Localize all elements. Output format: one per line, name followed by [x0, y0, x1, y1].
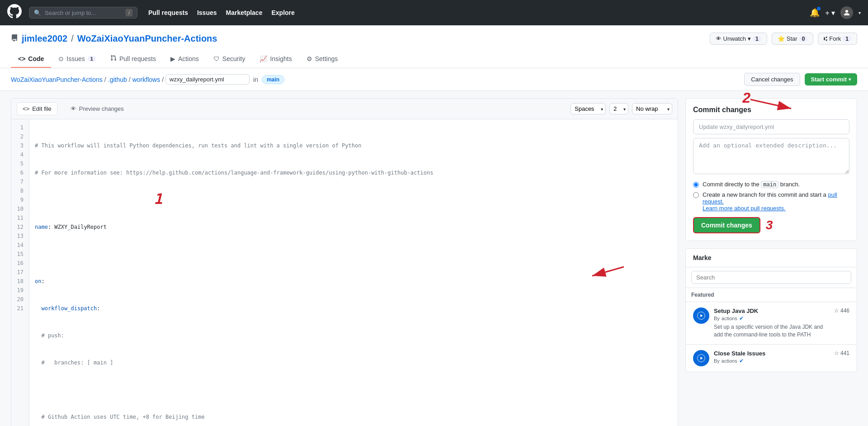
commit-radio-group: Commit directly to the main branch. Crea… — [693, 181, 849, 212]
commit-description-textarea[interactable] — [693, 138, 849, 174]
breadcrumb-repo[interactable]: WoZaiXiaoYuanPuncher-Actions — [11, 76, 103, 83]
radio-direct-commit[interactable]: Commit directly to the main branch. — [693, 181, 849, 188]
repo-owner-link[interactable]: jimlee2002 — [22, 33, 67, 44]
filename-input[interactable] — [165, 74, 250, 85]
commit-message-input[interactable] — [693, 119, 849, 134]
svg-marker-3 — [700, 356, 703, 360]
star-icon-small: ☆ — [834, 350, 839, 356]
breadcrumb-sep2: / — [129, 76, 131, 83]
marketplace-item-by: By actions ✔ — [714, 358, 830, 364]
repo-title-row: jimlee2002 / WoZaiXiaoYuanPuncher-Action… — [11, 33, 857, 45]
pr-icon — [110, 55, 117, 62]
marketplace-item[interactable]: Close Stale Issues By actions ✔ ☆ 441 — [686, 345, 857, 372]
spaces-select[interactable]: Spaces Tabs — [571, 103, 606, 114]
search-input[interactable] — [45, 9, 122, 16]
plus-menu[interactable]: + ▾ — [825, 9, 835, 17]
marketplace-item-by: By actions ✔ — [714, 315, 830, 322]
start-commit-button[interactable]: Start commit ▾ — [805, 73, 857, 85]
unwatch-button[interactable]: 👁 Unwatch ▾ 1 — [710, 33, 767, 45]
spaces-select-wrapper: Spaces Tabs — [571, 103, 606, 114]
github-logo[interactable] — [7, 4, 22, 21]
svg-marker-1 — [700, 314, 703, 317]
radio-new-branch[interactable]: Create a new branch for this commit and … — [693, 191, 849, 212]
marketplace-item-icon — [693, 350, 709, 366]
tab-edit-file[interactable]: <> Edit file — [17, 102, 57, 115]
right-panel: Commit changes Commit directly to the ma… — [685, 98, 857, 426]
wrap-select-wrapper: No wrap Soft wrap — [632, 103, 672, 114]
nav-marketplace[interactable]: Marketplace — [226, 9, 263, 16]
marketplace-item-name: Setup Java JDK — [714, 308, 830, 314]
breadcrumb: WoZaiXiaoYuanPuncher-Actions / .github /… — [11, 74, 284, 85]
radio-newbranch-label: Create a new branch for this commit and … — [703, 191, 849, 212]
nav-pull-requests[interactable]: Pull requests — [148, 9, 188, 16]
radio-newbranch-input[interactable] — [693, 192, 699, 198]
verified-icon: ✔ — [739, 315, 744, 322]
top-navigation: 🔍 / Pull requests Issues Marketplace Exp… — [0, 0, 868, 25]
marketplace-panel: Marke Featured Setup Java JDK By actions… — [685, 248, 857, 372]
verified-icon: ✔ — [739, 358, 744, 364]
start-commit-caret: ▾ — [849, 77, 851, 82]
indent-size-select[interactable]: 2 4 — [609, 103, 628, 114]
marketplace-featured-label: Featured — [686, 288, 857, 302]
fork-button[interactable]: ⑆ Fork 1 — [818, 33, 857, 45]
top-right-actions: 🔔 + ▾ ▾ — [810, 6, 861, 19]
editor-toolbar: <> Edit file 👁 Preview changes Spaces Ta… — [11, 99, 678, 119]
indent-select-wrapper: 2 4 — [609, 103, 628, 114]
marketplace-search — [686, 267, 857, 288]
code-content[interactable]: # This workflow will install Python depe… — [29, 119, 678, 426]
marketplace-item[interactable]: Setup Java JDK By actions ✔ Set up a spe… — [686, 302, 857, 345]
code-icon: <> — [18, 55, 25, 62]
star-icon: ⭐ — [778, 35, 785, 42]
repo-header: jimlee2002 / WoZaiXiaoYuanPuncher-Action… — [0, 25, 868, 68]
in-label: in — [253, 76, 258, 83]
learn-more-link[interactable]: Learn more about pull requests. — [703, 205, 786, 212]
breadcrumb-github[interactable]: .github — [108, 76, 127, 83]
cancel-changes-button[interactable]: Cancel changes — [744, 73, 800, 86]
tab-preview-changes[interactable]: 👁 Preview changes — [65, 102, 130, 115]
line-numbers: 12345 678910 1112131415 1617181920 21 — [11, 119, 29, 426]
branch-badge: main — [262, 75, 284, 84]
editor-options: Spaces Tabs 2 4 No wrap Soft wrap — [571, 103, 672, 114]
notification-dot — [817, 7, 821, 10]
repo-icon — [11, 34, 18, 43]
code-editor[interactable]: 12345 678910 1112131415 1617181920 21 # … — [11, 119, 678, 426]
notifications-bell[interactable]: 🔔 — [810, 8, 820, 18]
marketplace-search-input[interactable] — [691, 271, 851, 284]
main-content: <> Edit file 👁 Preview changes Spaces Ta… — [0, 91, 868, 426]
tab-issues[interactable]: ⊙ Issues 1 — [51, 50, 103, 68]
tab-actions[interactable]: ▶ Actions — [163, 50, 206, 68]
user-menu-caret[interactable]: ▾ — [859, 10, 861, 15]
tab-security[interactable]: 🛡 Security — [206, 50, 253, 68]
marketplace-item-info: Setup Java JDK By actions ✔ Set up a spe… — [714, 308, 830, 339]
star-icon-small: ☆ — [834, 308, 839, 314]
repo-name-link[interactable]: WoZaiXiaoYuanPuncher-Actions — [77, 33, 217, 44]
search-bar[interactable]: 🔍 / — [29, 7, 137, 19]
security-icon: 🛡 — [213, 55, 220, 62]
tab-insights[interactable]: 📈 Insights — [252, 50, 299, 68]
commit-changes-title: Commit changes — [693, 106, 849, 114]
breadcrumb-bar: WoZaiXiaoYuanPuncher-Actions / .github /… — [0, 68, 868, 91]
tab-settings[interactable]: ⚙ Settings — [299, 50, 345, 68]
breadcrumb-workflows[interactable]: workflows — [132, 76, 160, 83]
star-count: ☆ 446 — [834, 308, 849, 314]
radio-direct-input[interactable] — [693, 182, 699, 188]
avatar[interactable] — [840, 6, 853, 19]
slash-shortcut: / — [126, 9, 132, 16]
nav-explore[interactable]: Explore — [271, 9, 294, 16]
commit-changes-box: Commit changes Commit directly to the ma… — [685, 98, 857, 241]
unwatch-caret: ▾ — [748, 35, 751, 42]
marketplace-item-desc: Set up a specific version of the Java JD… — [714, 323, 830, 339]
tab-code[interactable]: <> Code — [11, 50, 51, 68]
star-button[interactable]: ⭐ Star 0 — [772, 33, 814, 45]
insights-icon: 📈 — [259, 55, 267, 62]
nav-links: Pull requests Issues Marketplace Explore — [148, 9, 295, 16]
repo-separator: / — [71, 33, 74, 44]
wrap-select[interactable]: No wrap Soft wrap — [632, 103, 672, 114]
commit-changes-button[interactable]: Commit changes — [693, 217, 760, 233]
tab-pull-requests[interactable]: Pull requests — [103, 50, 163, 68]
radio-direct-label: Commit directly to the main branch. — [703, 181, 800, 188]
nav-issues[interactable]: Issues — [197, 9, 217, 16]
annotation-3: 3 — [766, 218, 773, 232]
breadcrumb-sep1: / — [104, 76, 106, 83]
breadcrumb-sep3: / — [162, 76, 164, 83]
